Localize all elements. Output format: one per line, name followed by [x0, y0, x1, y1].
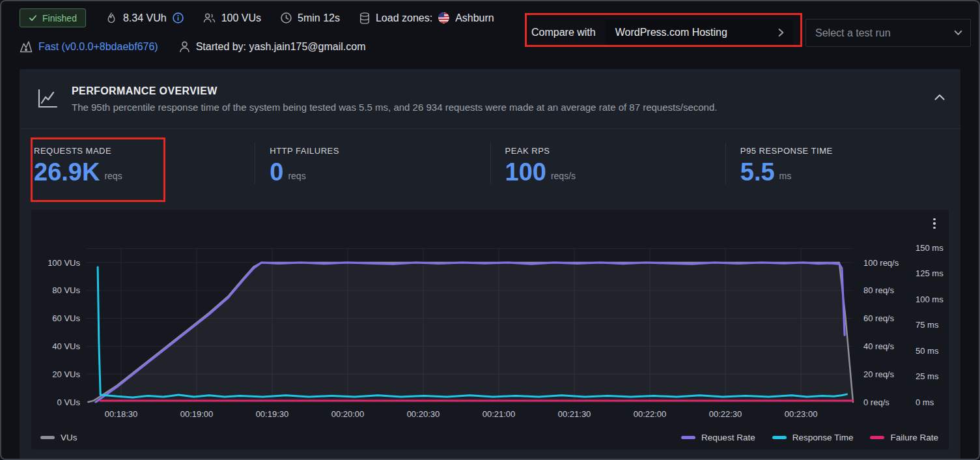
svg-text:40 VUs: 40 VUs: [52, 341, 80, 351]
stat-unit: reqs/s: [551, 171, 576, 181]
stat-peak-rps: PEAK RPS 100 reqs/s: [490, 142, 725, 184]
compare-with-group: Compare with WordPress.com Hosting: [531, 20, 793, 46]
chart-legend: VUs Request Rate Response Time Failure R…: [31, 433, 949, 442]
svg-text:0 VUs: 0 VUs: [57, 397, 81, 407]
load-zones-icon: [359, 12, 370, 24]
stat-value: 5.5: [740, 162, 775, 182]
stat-unit: reqs: [288, 171, 305, 181]
svg-text:0 ms: 0 ms: [916, 397, 934, 407]
flame-icon: [105, 12, 117, 24]
svg-text:00:21:30: 00:21:30: [558, 409, 591, 419]
request-rate-swatch: [681, 436, 695, 439]
svg-text:00:20:00: 00:20:00: [331, 409, 365, 419]
svg-text:50 ms: 50 ms: [916, 346, 939, 356]
compare-test-dropdown[interactable]: WordPress.com Hosting: [605, 20, 793, 46]
chart-canvas[interactable]: 0 VUs20 VUs40 VUs60 VUs80 VUs100 VUs0 re…: [31, 210, 949, 425]
performance-chart: 0 VUs20 VUs40 VUs60 VUs80 VUs100 VUs0 re…: [31, 210, 949, 450]
svg-text:00:22:30: 00:22:30: [709, 409, 742, 419]
legend-label: Failure Rate: [890, 433, 938, 442]
test-name-item: Fast (v0.0.0+8bdaebf676): [20, 40, 158, 53]
svg-text:80 VUs: 80 VUs: [52, 285, 80, 295]
stat-http-failures: HTTP FAILURES 0 reqs: [255, 142, 490, 184]
stat-value: 100: [505, 162, 546, 182]
stat-unit: reqs: [104, 171, 122, 181]
load-zone-value: Ashburn: [455, 12, 494, 24]
vuh-metric: 8.34 VUh: [105, 12, 184, 24]
select-test-run-placeholder: Select a test run: [815, 27, 891, 39]
svg-text:40 req/s: 40 req/s: [863, 341, 894, 351]
panel-header: PERFORMANCE OVERVIEW The 95th percentile…: [20, 69, 960, 129]
collapse-chevron-up-icon[interactable]: [934, 94, 945, 100]
svg-text:00:22:00: 00:22:00: [634, 409, 667, 419]
chart-line-icon: [36, 89, 59, 109]
legend-left-group: VUs: [40, 433, 77, 442]
test-info-row: Fast (v0.0.0+8bdaebf676) Started by: yas…: [20, 40, 366, 53]
svg-text:25 ms: 25 ms: [916, 371, 939, 381]
svg-text:80 req/s: 80 req/s: [863, 285, 894, 295]
info-icon[interactable]: [173, 12, 184, 23]
compare-test-value: WordPress.com Hosting: [615, 27, 727, 38]
check-icon: [29, 14, 37, 22]
chevron-down-icon: [954, 30, 962, 36]
stat-value: 26.9K: [34, 162, 100, 182]
svg-text:00:18:30: 00:18:30: [105, 409, 138, 419]
us-flag-icon: [438, 12, 449, 23]
stats-row: REQUESTS MADE 26.9K reqs HTTP FAILURES 0…: [20, 129, 960, 198]
svg-text:125 ms: 125 ms: [916, 268, 944, 278]
duration-value: 5min 12s: [298, 12, 340, 24]
svg-text:60 VUs: 60 VUs: [52, 313, 80, 323]
legend-item-request-rate[interactable]: Request Rate: [681, 433, 755, 442]
svg-text:100 ms: 100 ms: [916, 295, 944, 304]
performance-overview-panel: PERFORMANCE OVERVIEW The 95th percentile…: [20, 69, 960, 460]
response-time-swatch: [772, 436, 787, 439]
svg-text:00:19:00: 00:19:00: [180, 409, 214, 419]
stat-label: REQUESTS MADE: [34, 146, 240, 156]
chevron-right-icon: [778, 28, 784, 37]
svg-text:100 VUs: 100 VUs: [48, 258, 80, 268]
stat-label: HTTP FAILURES: [270, 146, 475, 156]
status-badge: Finished: [20, 8, 86, 27]
test-meta-row: Finished 8.34 VUh 100 VUs 5min 12s Load …: [20, 8, 494, 27]
load-zones-label: Load zones:: [376, 12, 432, 24]
person-icon: [179, 41, 190, 53]
panel-title: PERFORMANCE OVERVIEW: [72, 85, 717, 97]
status-badge-label: Finished: [42, 13, 77, 23]
vuh-value: 8.34 VUh: [123, 12, 167, 24]
compare-with-label: Compare with: [531, 27, 596, 38]
legend-label: VUs: [61, 433, 77, 442]
svg-text:150 ms: 150 ms: [916, 243, 944, 253]
panel-header-text: PERFORMANCE OVERVIEW The 95th percentile…: [72, 85, 717, 113]
legend-right-group: Request Rate Response Time Failure Rate: [681, 433, 938, 442]
svg-text:20 req/s: 20 req/s: [863, 369, 894, 379]
stat-value: 0: [270, 162, 283, 182]
svg-text:00:21:00: 00:21:00: [483, 409, 516, 419]
legend-item-response-time[interactable]: Response Time: [772, 433, 854, 442]
svg-text:00:23:00: 00:23:00: [785, 409, 818, 419]
svg-text:00:19:30: 00:19:30: [256, 409, 289, 419]
failure-rate-swatch: [870, 436, 884, 439]
stat-label: P95 RESPONSE TIME: [740, 146, 946, 156]
vus-value: 100 VUs: [221, 12, 261, 24]
test-run-link[interactable]: Fast (v0.0.0+8bdaebf676): [38, 41, 158, 53]
stat-requests-made: REQUESTS MADE 26.9K reqs: [20, 142, 255, 184]
select-test-run-dropdown[interactable]: Select a test run: [805, 19, 971, 47]
svg-text:75 ms: 75 ms: [916, 320, 939, 330]
users-icon: [203, 12, 216, 23]
legend-item-vus[interactable]: VUs: [40, 433, 77, 442]
svg-text:100 req/s: 100 req/s: [863, 258, 899, 268]
legend-label: Request Rate: [701, 433, 755, 442]
legend-item-failure-rate[interactable]: Failure Rate: [870, 433, 938, 442]
stat-label: PEAK RPS: [505, 146, 711, 156]
vus-swatch: [40, 436, 55, 439]
load-zones-metric: Load zones: Ashburn: [359, 12, 494, 24]
svg-text:60 req/s: 60 req/s: [863, 313, 894, 323]
started-by-item: Started by: yash.jain175@gmail.com: [179, 41, 366, 53]
duration-metric: 5min 12s: [281, 12, 340, 24]
svg-text:00:20:30: 00:20:30: [407, 409, 440, 419]
stat-unit: ms: [779, 171, 792, 181]
clock-icon: [281, 12, 292, 23]
vus-metric: 100 VUs: [203, 12, 261, 24]
panel-subtitle: The 95th percentile response time of the…: [72, 102, 717, 113]
svg-text:0 req/s: 0 req/s: [863, 397, 889, 407]
started-by-value: Started by: yash.jain175@gmail.com: [196, 41, 366, 53]
